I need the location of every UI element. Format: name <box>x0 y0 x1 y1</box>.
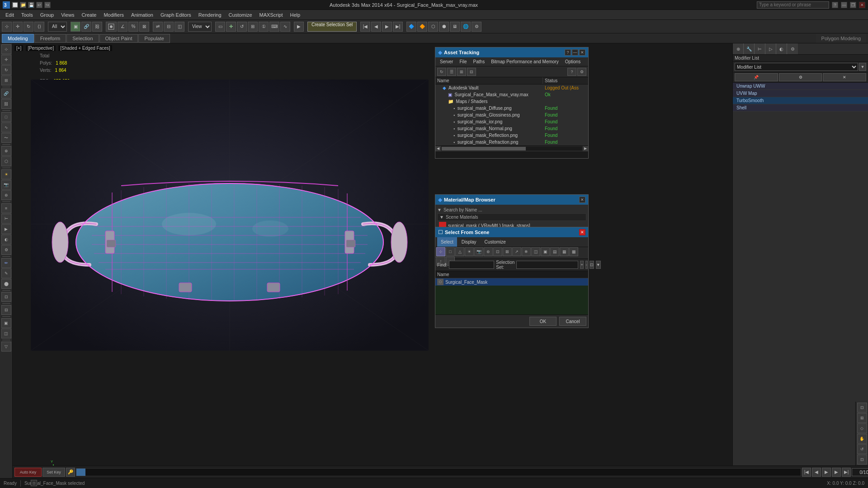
lt-motion-btn[interactable]: ▶ <box>1 224 11 234</box>
menu-rendering[interactable]: Rendering <box>195 11 225 19</box>
select-region-btn[interactable]: ▭ <box>215 22 225 32</box>
lt-unlink-btn[interactable]: ⛓ <box>1 99 11 109</box>
viewport-expand-btn[interactable]: ⊡ <box>31 480 37 486</box>
lt-display-btn[interactable]: ◐ <box>1 235 11 244</box>
lt-modifier-btn[interactable]: ≡ <box>1 203 11 213</box>
utility-tab-icon[interactable]: ⚙ <box>787 43 798 54</box>
lt-group-btn[interactable]: ▣ <box>1 318 11 328</box>
new-btn[interactable]: ⬜ <box>12 2 18 8</box>
sfs-cfg-selset-btn[interactable]: ▼ <box>596 261 601 269</box>
lt-select-btn[interactable]: ⊹ <box>1 44 11 54</box>
lt-spline-btn[interactable]: ∿ <box>1 122 11 132</box>
sfs-layers-btn[interactable]: ◫ <box>531 247 540 256</box>
create-selection-btn[interactable]: Create Selection Sel <box>307 22 357 32</box>
minimize-btn[interactable]: — <box>841 2 847 8</box>
lt-light-btn[interactable]: ☀ <box>1 169 11 179</box>
scale-tool-btn[interactable]: ⊞ <box>248 22 258 32</box>
render-frame-btn[interactable]: 🖥 <box>450 22 460 32</box>
zoom-extent-btn[interactable]: ⊡ <box>857 403 867 413</box>
frame-display[interactable]: 0/100 <box>852 468 868 476</box>
sfs-menu-display[interactable]: Display <box>458 237 480 247</box>
render-scene-btn[interactable]: 🔷 <box>406 22 416 32</box>
sfs-bone-btn[interactable]: ⊠ <box>503 247 512 256</box>
sfs-shape-btn[interactable]: △ <box>455 247 464 256</box>
zoom-extent-all-btn[interactable]: ⊞ <box>857 413 867 423</box>
sfs-ok-btn[interactable]: OK <box>529 317 557 326</box>
lt-helper-btn[interactable]: ⊛ <box>1 190 11 200</box>
at-menu-file[interactable]: File <box>457 59 469 64</box>
mirror-btn[interactable]: ⇌ <box>153 22 163 32</box>
at-minimize-btn[interactable]: — <box>572 49 578 56</box>
next-key-btn[interactable]: ▶ <box>832 468 841 477</box>
quick-render-btn[interactable]: 🔶 <box>417 22 427 32</box>
next-frame-btn[interactable]: ▶| <box>842 468 851 477</box>
at-scroll-right-btn[interactable]: ▶ <box>583 146 588 151</box>
lt-bool-btn[interactable]: ⊕ <box>1 146 11 156</box>
tab-freeform[interactable]: Freeform <box>34 34 66 43</box>
next-frame-btn[interactable]: ▶ <box>382 22 392 32</box>
snap-2d-btn[interactable] <box>106 22 117 32</box>
sfs-xref-btn[interactable]: ↗ <box>512 247 521 256</box>
modifier-item-unwrap[interactable]: Unwrap UWW <box>733 83 868 90</box>
align-btn[interactable]: ⊟ <box>164 22 174 32</box>
at-list-btn[interactable]: ☰ <box>447 68 456 76</box>
num-btn[interactable]: ① <box>259 22 269 32</box>
lt-move-btn[interactable]: ✛ <box>1 55 11 65</box>
layer-btn[interactable]: ◫ <box>175 22 184 32</box>
at-menu-server[interactable]: Server <box>437 59 456 64</box>
restore-btn[interactable]: ❐ <box>850 2 856 8</box>
render-settings-btn[interactable]: ⚙ <box>472 22 481 32</box>
lt-snap-btn[interactable]: ⊡ <box>1 292 11 302</box>
sfs-geo-btn[interactable]: □ <box>446 247 455 256</box>
modifier-item-uvwmap[interactable]: UVW Map <box>733 90 868 97</box>
track-bar-btn[interactable]: |◀ <box>360 22 370 32</box>
set-key-btn[interactable]: Set Key <box>42 468 65 477</box>
viewport-shading[interactable]: [Shaded + Edged Faces] <box>58 45 112 51</box>
modifier-expand-btn[interactable]: ▼ <box>859 63 866 71</box>
sfs-hl-selset-btn[interactable]: ⊡ <box>590 261 594 269</box>
sfs-cancel-btn[interactable]: Cancel <box>559 317 586 326</box>
menu-edit[interactable]: Edit <box>2 11 18 19</box>
lt-align-btn[interactable]: ⊟ <box>1 305 11 315</box>
reference-dropdown[interactable]: View <box>188 22 212 32</box>
animation-timeline[interactable] <box>76 468 801 476</box>
rotate-mode-btn[interactable]: ↻ <box>24 22 33 32</box>
playback-btn[interactable]: ▶ <box>294 22 304 32</box>
play-btn[interactable]: ▶ <box>822 468 831 477</box>
display-tab-icon[interactable]: ◐ <box>776 43 787 54</box>
modify-tab-icon[interactable]: 🔧 <box>744 43 755 54</box>
lt-skin-btn[interactable]: ⬤ <box>1 279 11 289</box>
lt-create-btn[interactable]: □ <box>1 112 11 122</box>
sfs-add-selset-btn[interactable]: + <box>580 261 583 269</box>
filter-dropdown[interactable]: All <box>48 22 67 32</box>
sfs-menu-customize[interactable]: Customize <box>481 237 509 247</box>
modifier-item-turbosmooth[interactable]: TurboSmooth <box>733 97 868 104</box>
at-help2-btn[interactable]: ? <box>567 68 576 76</box>
viewport-plus[interactable]: [+] <box>14 45 23 51</box>
redo-btn[interactable]: ↪ <box>44 2 51 8</box>
sfs-groups-btn[interactable]: ▣ <box>541 247 550 256</box>
spinner-snap-btn[interactable]: ⊠ <box>139 22 149 32</box>
undo-btn[interactable]: ↩ <box>36 2 42 8</box>
at-row-glossiness[interactable]: ▪ surgical_mask_Glossiness.png Found <box>435 112 588 118</box>
at-row-maxfile[interactable]: ▣ Surgical_Face_Mask_max_vray.max Ok <box>435 91 588 98</box>
field-of-view-btn[interactable]: ◇ <box>857 423 867 433</box>
menu-create[interactable]: Create <box>78 11 100 19</box>
sfs-close-btn[interactable]: ✕ <box>579 229 585 235</box>
move-tool-btn[interactable]: ✛ <box>226 22 236 32</box>
pan-btn[interactable]: ✋ <box>857 434 867 444</box>
at-menu-paths[interactable]: Paths <box>471 59 488 64</box>
lt-paint-btn[interactable]: ✏ <box>1 258 11 268</box>
remove-btn[interactable]: ✕ <box>823 73 866 81</box>
menu-group[interactable]: Group <box>37 11 58 19</box>
scale-mode-btn[interactable]: ⟨⟩ <box>34 22 44 32</box>
at-row-refraction[interactable]: ▪ surgical_mask_Refraction.png Found <box>435 139 588 145</box>
at-grid-btn[interactable]: ⊟ <box>467 68 476 76</box>
tab-modeling[interactable]: Modeling <box>2 34 34 43</box>
last-frame-btn[interactable]: ▶| <box>393 22 403 32</box>
at-row-reflection[interactable]: ▪ surgical_mask_Reflection.png Found <box>435 132 588 139</box>
at-scroll-thumb[interactable] <box>442 147 526 150</box>
auto-key-btn[interactable]: Auto Key <box>14 468 42 477</box>
at-refresh-btn[interactable]: ↻ <box>437 68 446 76</box>
lt-edit-btn[interactable]: ✎ <box>1 268 11 278</box>
